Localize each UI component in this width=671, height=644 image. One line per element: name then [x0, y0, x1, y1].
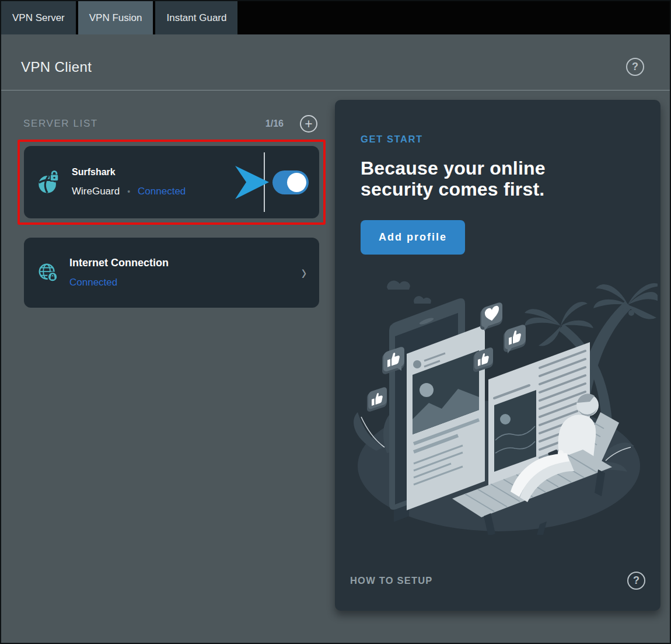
profile-controls — [235, 150, 309, 214]
globe-wireframe-icon — [37, 262, 59, 284]
vpn-toggle[interactable] — [272, 170, 309, 194]
add-server-icon[interactable]: + — [300, 115, 317, 133]
profile-status: Connected — [138, 186, 186, 197]
toggle-knob — [287, 173, 306, 192]
internet-connection-card[interactable]: Internet Connection Connected › — [24, 238, 319, 308]
relax-security-illustration — [338, 265, 658, 535]
tab-vpn-fusion[interactable]: VPN Fusion — [78, 1, 153, 34]
chevron-right-icon[interactable]: › — [302, 264, 306, 281]
globe-lock-icon — [37, 170, 61, 194]
internet-status: Connected — [69, 277, 169, 288]
internet-title: Internet Connection — [69, 257, 169, 269]
separator-dot-icon: • — [127, 187, 130, 196]
setup-help-icon[interactable]: ? — [627, 572, 645, 590]
profile-info: Surfshark WireGuard • Connected — [72, 167, 235, 197]
top-tab-bar: VPN Server VPN Fusion Instant Guard — [1, 1, 670, 34]
get-start-panel: GET START Because your online security c… — [335, 100, 660, 611]
tab-vpn-server[interactable]: VPN Server — [1, 1, 76, 34]
profile-subline: WireGuard • Connected — [72, 186, 235, 197]
page-header: VPN Client ? — [1, 34, 670, 90]
help-icon[interactable]: ? — [626, 58, 644, 76]
profile-protocol: WireGuard — [72, 186, 120, 197]
server-list-title: SERVER LIST — [23, 118, 98, 130]
main-content: SERVER LIST 1/16 + — [1, 90, 670, 611]
panel-footer: HOW TO SETUP ? — [335, 572, 660, 611]
internet-info: Internet Connection Connected — [69, 257, 169, 288]
get-start-eyebrow: GET START — [361, 134, 635, 145]
vpn-client-page: VPN Server VPN Fusion Instant Guard VPN … — [0, 0, 671, 644]
annotation-highlight: Surfshark WireGuard • Connected — [18, 140, 326, 225]
server-list-column: SERVER LIST 1/16 + — [18, 100, 326, 308]
vpn-profile-card[interactable]: Surfshark WireGuard • Connected — [24, 146, 319, 218]
how-to-setup-label: HOW TO SETUP — [350, 575, 433, 586]
tab-instant-guard[interactable]: Instant Guard — [155, 1, 237, 34]
get-start-body: GET START Because your online security c… — [335, 100, 660, 255]
profile-name: Surfshark — [72, 167, 235, 177]
page-title: VPN Client — [21, 59, 92, 75]
server-count: 1/16 — [265, 119, 284, 129]
server-list-header: SERVER LIST 1/16 + — [23, 115, 326, 133]
get-start-headline: Because your online security comes first… — [361, 158, 571, 200]
add-profile-button[interactable]: Add profile — [361, 220, 465, 255]
annotation-cursor-arrow-icon — [235, 166, 269, 199]
